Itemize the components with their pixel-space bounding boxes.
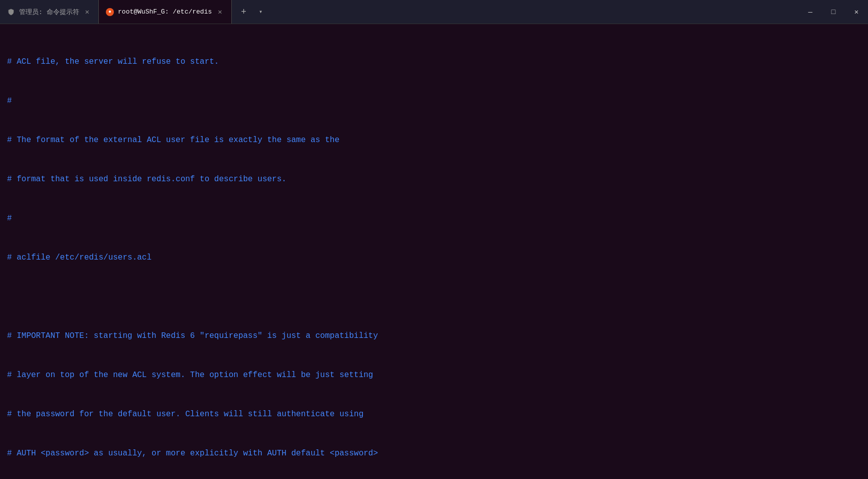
terminal-line: # <box>7 212 861 225</box>
minimize-button[interactable]: — <box>799 0 822 24</box>
tab1-close[interactable]: ✕ <box>83 7 91 17</box>
new-tab-button[interactable]: + <box>236 4 252 20</box>
tabs-dropdown-button[interactable]: ▾ <box>254 5 268 19</box>
tab1-label: 管理员: 命令提示符 <box>19 8 79 17</box>
terminal-line: # The format of the external ACL user fi… <box>7 134 861 147</box>
maximize-button[interactable]: □ <box>822 0 845 24</box>
close-button[interactable]: ✕ <box>845 0 868 24</box>
terminal-line: # AUTH <password> as usually, or more ex… <box>7 447 861 460</box>
terminal-line: # format that is used inside redis.conf … <box>7 173 861 186</box>
tab-cmd[interactable]: 管理员: 命令提示符 ✕ <box>0 0 99 24</box>
titlebar-actions: + ▾ <box>232 4 272 20</box>
titlebar: 管理员: 命令提示符 ✕ ● root@WuShF_G: /etc/redis … <box>0 0 868 24</box>
terminal-line: # aclfile /etc/redis/users.acl <box>7 251 861 264</box>
terminal-line: # IMPORTANT NOTE: starting with Redis 6 … <box>7 329 861 342</box>
tab2-label: root@WuShF_G: /etc/redis <box>118 8 212 16</box>
tab2-close[interactable]: ✕ <box>216 7 224 17</box>
ubuntu-icon: ● <box>106 8 114 16</box>
terminal-content[interactable]: # ACL file, the server will refuse to st… <box>0 24 868 479</box>
window-controls: — □ ✕ <box>799 0 868 24</box>
shield-icon <box>7 8 15 16</box>
tab-redis[interactable]: ● root@WuShF_G: /etc/redis ✕ <box>99 0 232 24</box>
terminal-line: # layer on top of the new ACL system. Th… <box>7 369 861 382</box>
terminal-line: # <box>7 94 861 107</box>
terminal-line <box>7 290 861 303</box>
terminal-line: # ACL file, the server will refuse to st… <box>7 55 861 68</box>
terminal-line: # the password for the default user. Cli… <box>7 408 861 421</box>
